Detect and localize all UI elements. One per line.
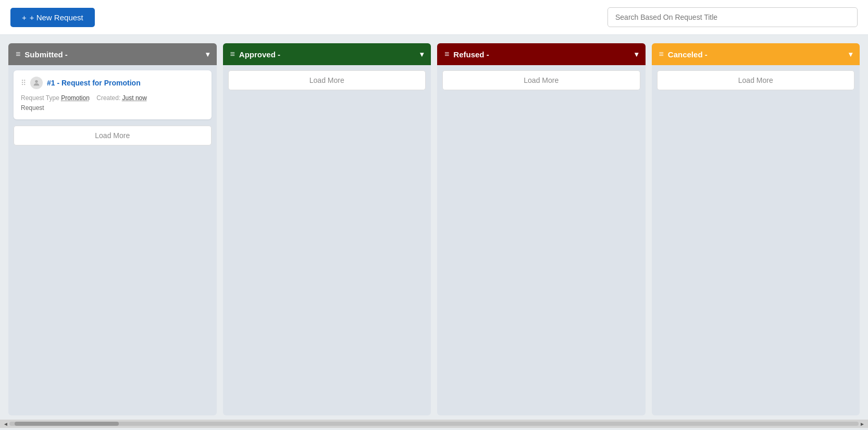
chevron-down-icon-canceled: ▾ (849, 50, 852, 58)
request-type-label: Request Type (21, 94, 61, 102)
column-body-submitted: ⠿ #1 - Request for Promotion Request Typ… (8, 65, 217, 415)
request-card: ⠿ #1 - Request for Promotion Request Typ… (14, 70, 212, 119)
scroll-left-arrow[interactable]: ◄ (2, 421, 9, 427)
column-header-refused[interactable]: ≡ Refused - ▾ (437, 43, 646, 65)
column-body-canceled: Load More (652, 65, 860, 415)
load-more-button-approved[interactable]: Load More (228, 70, 426, 90)
menu-icon-refused: ≡ (444, 50, 449, 59)
search-input[interactable] (607, 7, 858, 27)
column-submitted: ≡ Submitted - ▾ ⠿ #1 - Request for Promo… (8, 43, 217, 415)
avatar (30, 77, 43, 89)
created-label: Created: (96, 94, 120, 102)
column-body-refused: Load More (437, 65, 646, 415)
column-label-approved: Approved - (239, 50, 280, 59)
board: ≡ Submitted - ▾ ⠿ #1 - Request for Promo… (0, 35, 868, 415)
load-more-button-canceled[interactable]: Load More (657, 70, 855, 90)
created-value[interactable]: Just now (122, 94, 147, 102)
column-header-submitted[interactable]: ≡ Submitted - ▾ (8, 43, 217, 65)
scrollbar-area[interactable]: ◄ ► (0, 420, 868, 428)
card-title[interactable]: #1 - Request for Promotion (47, 79, 141, 87)
plus-icon: + (22, 13, 27, 22)
header-left-approved: ≡ Approved - (230, 50, 281, 59)
chevron-down-icon-approved: ▾ (420, 50, 424, 58)
card-meta: Request Type Promotion Created: Just now… (21, 93, 204, 113)
scrollbar-thumb[interactable] (15, 422, 119, 426)
card-title-row: ⠿ #1 - Request for Promotion (21, 77, 204, 89)
scrollbar-track[interactable] (9, 422, 859, 426)
load-more-button-refused[interactable]: Load More (442, 70, 640, 90)
column-body-approved: Load More (223, 65, 431, 415)
column-approved: ≡ Approved - ▾ Load More (223, 43, 431, 415)
chevron-down-icon-refused: ▾ (635, 50, 638, 58)
request-type-value: Promotion (61, 94, 90, 102)
header-left-canceled: ≡ Canceled - (659, 50, 708, 59)
new-request-label: + New Request (30, 13, 83, 22)
column-canceled: ≡ Canceled - ▾ Load More (652, 43, 860, 415)
header-left-submitted: ≡ Submitted - (16, 50, 68, 59)
extra-label: Request (21, 104, 44, 112)
drag-handle-icon[interactable]: ⠿ (21, 79, 26, 87)
column-label-canceled: Canceled - (668, 50, 708, 59)
chevron-down-icon-submitted: ▾ (206, 50, 209, 58)
top-bar: + + New Request (0, 0, 868, 35)
menu-icon-submitted: ≡ (16, 50, 20, 59)
svg-point-0 (35, 80, 38, 83)
column-label-refused: Refused - (453, 50, 489, 59)
menu-icon-approved: ≡ (230, 50, 235, 59)
header-left-refused: ≡ Refused - (444, 50, 489, 59)
column-header-approved[interactable]: ≡ Approved - ▾ (223, 43, 431, 65)
scroll-right-arrow[interactable]: ► (859, 421, 866, 427)
column-header-canceled[interactable]: ≡ Canceled - ▾ (652, 43, 860, 65)
column-label-submitted: Submitted - (24, 50, 68, 59)
column-refused: ≡ Refused - ▾ Load More (437, 43, 646, 415)
load-more-button-submitted[interactable]: Load More (14, 126, 212, 145)
menu-icon-canceled: ≡ (659, 50, 664, 59)
new-request-button[interactable]: + + New Request (10, 8, 95, 27)
